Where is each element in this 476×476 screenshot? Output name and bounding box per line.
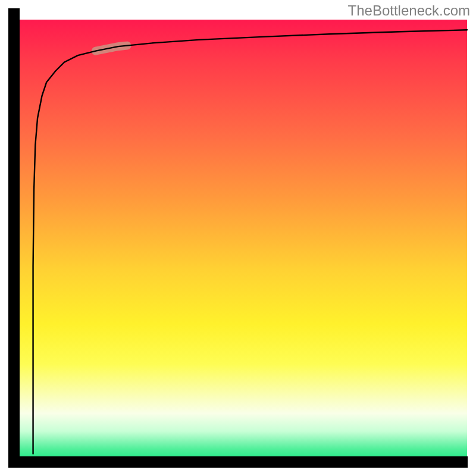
curve-layer [20,20,467,467]
watermark-text: TheBottleneck.com [348,2,470,19]
y-axis-bar [8,8,20,468]
bottleneck-curve [33,30,467,453]
chart-container: TheBottleneck.com [0,0,476,476]
